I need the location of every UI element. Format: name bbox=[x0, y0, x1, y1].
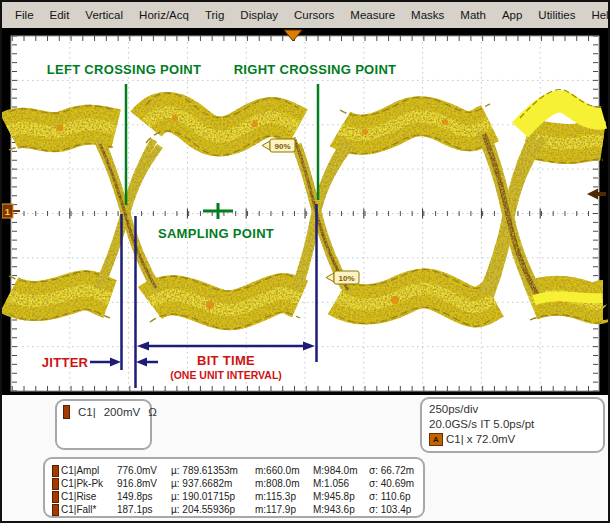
measurement-max: M:945.8p bbox=[313, 490, 369, 503]
measurement-min: m:808.0m bbox=[255, 477, 313, 490]
measurement-row-pkpk[interactable]: C1|Pk-Pk 916.8mV µ: 937.6682m m:808.0m M… bbox=[52, 477, 423, 490]
trigger-source-icon: A bbox=[429, 433, 443, 446]
jitter-label: JITTER bbox=[42, 355, 89, 370]
vertical-coupling: Ω bbox=[148, 406, 157, 418]
trigger-source: C1| bbox=[446, 432, 464, 447]
measurement-value: 187.1ps bbox=[117, 503, 171, 516]
measurement-mean: µ: 789.61353m bbox=[171, 464, 255, 477]
measurement-min: m:660.0m bbox=[255, 464, 313, 477]
menu-item-app[interactable]: App bbox=[494, 9, 530, 21]
measurement-min: m:115.3p bbox=[255, 490, 313, 503]
measurement-value: 916.8mV bbox=[117, 477, 171, 490]
menu-bar: File Edit Vertical Horiz/Acq Trig Displa… bbox=[2, 2, 608, 28]
trigger-level: x 72.0mV bbox=[467, 432, 516, 447]
measurement-mean: µ: 190.01715p bbox=[171, 490, 255, 503]
channel1-color-swatch bbox=[52, 465, 59, 477]
measurement-row-rise[interactable]: C1|Rise 149.8ps µ: 190.01715p m:115.3p M… bbox=[52, 490, 423, 503]
menu-item-measure[interactable]: Measure bbox=[342, 9, 403, 21]
menu-item-horiz-acq[interactable]: Horiz/Acq bbox=[131, 9, 197, 21]
waveform-display: LEFT CROSSING POINT RIGHT CROSSING POINT… bbox=[0, 28, 610, 395]
vertical-scale: 200mV bbox=[104, 406, 140, 418]
timebase-readout: 250ps/div bbox=[429, 402, 596, 417]
menu-item-vertical[interactable]: Vertical bbox=[77, 9, 131, 21]
ref-low-label: 10% bbox=[338, 274, 354, 283]
vertical-readout-box[interactable]: C1| 200mV Ω bbox=[55, 399, 152, 450]
menu-item-help[interactable]: Help bbox=[583, 9, 610, 21]
menu-item-file[interactable]: File bbox=[7, 9, 42, 21]
menu-item-trig[interactable]: Trig bbox=[197, 9, 232, 21]
measurement-sd: σ: 110.6p bbox=[369, 490, 423, 503]
menu-item-edit[interactable]: Edit bbox=[42, 9, 78, 21]
measurement-row-fall[interactable]: C1|Fall* 187.1ps µ: 204.55936p m:117.9p … bbox=[52, 503, 423, 516]
measurements-box: C1|Ampl 776.0mV µ: 789.61353m m:660.0m M… bbox=[43, 457, 425, 518]
measurement-row-ampl[interactable]: C1|Ampl 776.0mV µ: 789.61353m m:660.0m M… bbox=[52, 464, 423, 477]
ref-high-label: 90% bbox=[274, 142, 290, 151]
measurement-max: M:943.6p bbox=[313, 503, 369, 516]
measurement-label: C1|Ampl bbox=[61, 464, 117, 477]
vertical-channel: C1| bbox=[78, 406, 96, 418]
measurement-max: M:1.056 bbox=[313, 477, 369, 490]
channel1-color-swatch bbox=[52, 504, 59, 516]
channel1-color-swatch bbox=[63, 405, 70, 419]
measurement-sd: σ: 66.72m bbox=[369, 464, 423, 477]
measurement-value: 149.8ps bbox=[117, 490, 171, 503]
menu-item-masks[interactable]: Masks bbox=[403, 9, 452, 21]
measurement-label: C1|Fall* bbox=[61, 503, 117, 516]
measurement-sd: σ: 103.4p bbox=[369, 503, 423, 516]
menu-item-cursors[interactable]: Cursors bbox=[286, 9, 342, 21]
bit-time-label: BIT TIME bbox=[197, 353, 255, 368]
channel1-marker-label: 1 bbox=[5, 206, 11, 217]
menu-item-math[interactable]: Math bbox=[452, 9, 494, 21]
measurement-label: C1|Pk-Pk bbox=[61, 477, 117, 490]
measurement-value: 776.0mV bbox=[117, 464, 171, 477]
menu-item-display[interactable]: Display bbox=[232, 9, 286, 21]
horizontal-readout-box[interactable]: 250ps/div 20.0GS/s IT 5.0ps/pt A C1| x 7… bbox=[420, 397, 605, 453]
left-crossing-label: LEFT CROSSING POINT bbox=[47, 62, 201, 77]
channel1-color-swatch bbox=[52, 478, 59, 490]
menu-item-utilities[interactable]: Utilities bbox=[530, 9, 583, 21]
sample-rate-readout: 20.0GS/s IT 5.0ps/pt bbox=[429, 417, 596, 432]
sampling-point-label: SAMPLING POINT bbox=[158, 226, 274, 241]
measurement-mean: µ: 937.6682m bbox=[171, 477, 255, 490]
right-crossing-label: RIGHT CROSSING POINT bbox=[234, 62, 397, 77]
measurement-sd: σ: 40.69m bbox=[369, 477, 423, 490]
measurement-min: m:117.9p bbox=[255, 503, 313, 516]
scope-graticule-svg: LEFT CROSSING POINT RIGHT CROSSING POINT… bbox=[0, 28, 610, 395]
channel1-color-swatch bbox=[52, 491, 59, 503]
measurement-mean: µ: 204.55936p bbox=[171, 503, 255, 516]
unit-interval-label: (ONE UNIT INTERVAL) bbox=[170, 369, 282, 381]
measurement-max: M:984.0m bbox=[313, 464, 369, 477]
measurement-label: C1|Rise bbox=[61, 490, 117, 503]
